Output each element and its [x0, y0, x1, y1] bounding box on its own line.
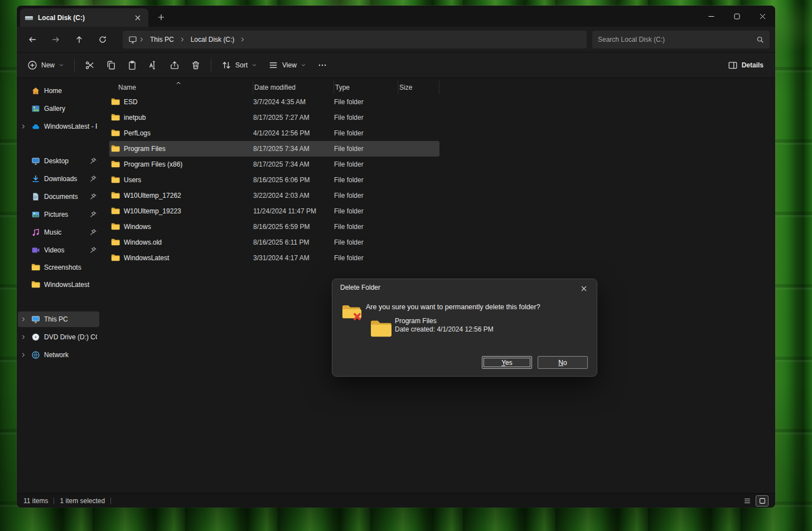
thumbnail-view-toggle[interactable]	[756, 495, 768, 506]
file-type: File folder	[334, 98, 398, 106]
explorer-tab[interactable]: Local Disk (C:)	[20, 8, 148, 27]
delete-folder-icon	[341, 303, 362, 321]
file-type: File folder	[334, 254, 398, 262]
new-button[interactable]: New	[22, 56, 69, 75]
expander-chevron-icon[interactable]	[20, 352, 27, 358]
yes-button[interactable]: Yes	[482, 356, 532, 369]
sidebar-item-videos[interactable]: Videos	[18, 242, 99, 258]
status-bar: 11 items 1 item selected	[17, 493, 775, 508]
sidebar-item-label: Music	[44, 228, 89, 236]
sidebar-item-dvd-drive[interactable]: DVD Drive (D:) CCC	[18, 329, 99, 345]
file-modified: 8/16/2025 6:11 PM	[253, 238, 334, 246]
minimize-button[interactable]	[698, 6, 724, 27]
details-pane-button[interactable]: Details	[723, 56, 768, 75]
search-input[interactable]: Search Local Disk (C:)	[592, 31, 770, 48]
breadcrumb-this-pc[interactable]: This PC	[146, 36, 178, 43]
more-options-button[interactable]	[312, 56, 332, 75]
expander-chevron-icon[interactable]	[20, 316, 27, 323]
sidebar-item-music[interactable]: Music	[18, 225, 99, 240]
sidebar-item-pictures[interactable]: Pictures	[18, 207, 99, 222]
delete-button[interactable]	[186, 56, 206, 75]
sidebar-item-windowslatest[interactable]: WindowsLatest	[18, 277, 99, 293]
file-modified: 11/24/2024 11:47 PM	[253, 207, 334, 215]
sidebar-item-screenshots[interactable]: Screenshots	[18, 260, 99, 275]
tab-close-icon[interactable]	[132, 12, 144, 24]
breadcrumb-chevron-icon[interactable]	[138, 36, 145, 43]
sidebar-item-downloads[interactable]: Downloads	[18, 171, 99, 187]
file-name: W10Ultemp_17262	[124, 192, 181, 199]
folder-icon	[111, 144, 120, 153]
new-tab-button[interactable]	[155, 11, 167, 23]
sidebar-item-onedrive[interactable]: WindowsLatest - Pe	[18, 119, 99, 134]
no-button[interactable]: No	[538, 356, 588, 369]
dialog-close-button[interactable]	[576, 282, 592, 295]
chevron-down-icon	[59, 62, 64, 68]
file-name: Windows	[124, 223, 151, 231]
breadcrumb-local-disk[interactable]: Local Disk (C:)	[187, 36, 239, 43]
paste-button[interactable]	[122, 56, 142, 75]
view-button[interactable]: View	[263, 56, 311, 75]
breadcrumb-chevron-icon[interactable]	[239, 36, 246, 43]
file-row[interactable]: inetpub 8/17/2025 7:27 AM File folder	[109, 110, 439, 125]
file-name: W10Ultemp_19223	[124, 207, 181, 215]
pictures-icon	[31, 210, 40, 219]
up-button[interactable]	[69, 30, 89, 49]
forward-button[interactable]	[46, 30, 66, 49]
file-row[interactable]: W10Ultemp_17262 3/22/2024 2:03 AM File f…	[109, 188, 439, 203]
pin-icon	[89, 246, 97, 254]
file-modified: 8/17/2025 7:34 AM	[253, 160, 334, 168]
file-name: WindowsLatest	[124, 254, 169, 262]
this-pc-icon	[31, 315, 40, 324]
sidebar-item-label: DVD Drive (D:) CCC	[44, 333, 97, 341]
expander-chevron-icon[interactable]	[20, 123, 27, 130]
file-row[interactable]: Windows.old 8/16/2025 6:11 PM File folde…	[109, 235, 439, 250]
file-type: File folder	[334, 176, 398, 184]
toolbar-separator	[74, 59, 75, 71]
rename-button[interactable]	[143, 56, 163, 75]
share-button[interactable]	[165, 56, 185, 75]
sidebar-item-home[interactable]: Home	[18, 83, 99, 99]
sidebar-item-label: Videos	[44, 246, 89, 254]
file-row[interactable]: Users 8/16/2025 6:06 PM File folder	[109, 172, 439, 188]
sidebar-item-gallery[interactable]: Gallery	[18, 101, 99, 116]
sort-ascending-icon	[175, 80, 182, 86]
this-pc-icon	[128, 35, 137, 44]
sidebar-item-this-pc[interactable]: This PC	[18, 311, 99, 327]
close-button[interactable]	[750, 6, 775, 27]
breadcrumb-chevron-icon[interactable]	[179, 36, 186, 43]
file-row[interactable]: PerfLogs 4/1/2024 12:56 PM File folder	[109, 125, 439, 141]
pin-icon	[89, 175, 97, 183]
file-row[interactable]: ESD 3/7/2024 4:35 AM File folder	[109, 94, 439, 110]
selection-count: 1 item selected	[60, 497, 105, 505]
details-view-toggle[interactable]	[741, 495, 753, 506]
maximize-button[interactable]	[724, 6, 750, 27]
file-name: ESD	[124, 98, 138, 106]
file-row[interactable]: WindowsLatest 3/31/2024 4:17 AM File fol…	[109, 250, 439, 266]
sidebar-item-documents[interactable]: Documents	[18, 189, 99, 204]
local-disk-icon	[25, 13, 33, 22]
column-header-modified[interactable]: Date modified	[253, 81, 334, 94]
column-header-type[interactable]: Type	[334, 81, 398, 94]
column-header-size[interactable]: Size	[398, 81, 439, 94]
file-row[interactable]: Windows 8/16/2025 6:59 PM File folder	[109, 219, 439, 235]
sidebar-item-network[interactable]: Network	[18, 347, 99, 363]
paste-icon	[127, 60, 137, 70]
address-bar[interactable]: This PC Local Disk (C:)	[123, 31, 587, 48]
folder-icon	[111, 176, 120, 184]
sort-button[interactable]: Sort	[216, 56, 262, 75]
back-button[interactable]	[22, 30, 42, 49]
cut-button[interactable]	[80, 56, 100, 75]
copy-button[interactable]	[101, 56, 121, 75]
column-header-name[interactable]: Name	[109, 81, 253, 94]
file-row[interactable]: Program Files (x86) 8/17/2025 7:34 AM Fi…	[109, 157, 439, 172]
file-row[interactable]: W10Ultemp_19223 11/24/2024 11:47 PM File…	[109, 203, 439, 219]
file-row-selected[interactable]: Program Files 8/17/2025 7:34 AM File fol…	[109, 141, 439, 157]
status-divider	[110, 498, 111, 504]
refresh-button[interactable]	[93, 30, 113, 49]
videos-icon	[31, 246, 40, 255]
navigation-pane: Home Gallery WindowsLatest - Pe Desktop	[17, 79, 108, 493]
file-type: File folder	[334, 192, 398, 199]
expander-chevron-icon[interactable]	[20, 334, 27, 340]
file-name: Users	[124, 176, 141, 184]
sidebar-item-desktop[interactable]: Desktop	[18, 153, 99, 169]
